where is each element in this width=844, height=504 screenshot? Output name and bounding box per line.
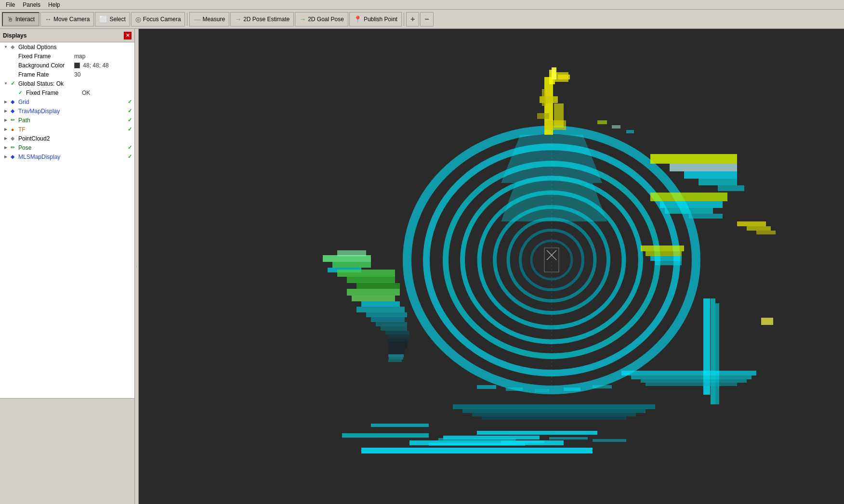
interact-label: Interact bbox=[15, 16, 35, 23]
mls-map-checkbox[interactable]: ✓ bbox=[126, 153, 133, 161]
fixed-frame-row[interactable]: Fixed Frame map bbox=[0, 52, 134, 61]
svg-rect-38 bbox=[323, 255, 371, 262]
grid-expand[interactable]: ▶ bbox=[3, 100, 9, 104]
path-checkbox[interactable]: ✓ bbox=[126, 116, 133, 124]
svg-rect-97 bbox=[472, 413, 636, 416]
svg-rect-3 bbox=[342, 433, 429, 438]
goal-pose-button[interactable]: → 2D Goal Pose bbox=[295, 12, 348, 26]
tf-expand[interactable]: ▶ bbox=[3, 127, 9, 131]
svg-rect-66 bbox=[641, 246, 684, 251]
fixed-frame-status-label: Fixed Frame bbox=[24, 90, 82, 96]
move-camera-icon: ↔ bbox=[45, 16, 52, 23]
svg-rect-39 bbox=[332, 262, 371, 268]
background-color-row[interactable]: Background Color 48; 48; 48 bbox=[0, 61, 134, 70]
svg-rect-44 bbox=[356, 283, 400, 289]
measure-label: Measure bbox=[202, 16, 225, 23]
svg-rect-51 bbox=[376, 322, 407, 326]
svg-rect-88 bbox=[506, 388, 523, 391]
interact-button[interactable]: 🖱 Interact bbox=[2, 12, 40, 26]
svg-rect-33 bbox=[718, 185, 744, 191]
svg-rect-58 bbox=[388, 349, 405, 351]
mls-map-expand[interactable]: ▶ bbox=[3, 155, 9, 159]
path-row[interactable]: ▶ ✏ Path ✓ bbox=[0, 116, 134, 125]
color-swatch[interactable] bbox=[74, 63, 80, 68]
pose-checkbox[interactable]: ✓ bbox=[126, 144, 133, 152]
svg-rect-82 bbox=[646, 383, 737, 386]
pointcloud2-label: PointCloud2 bbox=[16, 135, 133, 142]
svg-rect-5 bbox=[477, 431, 597, 435]
svg-rect-45 bbox=[347, 289, 400, 296]
publish-point-button[interactable]: 📍 Publish Point bbox=[349, 12, 402, 26]
svg-rect-26 bbox=[554, 103, 564, 128]
menu-bar: File Panels Help bbox=[0, 0, 844, 10]
tf-label: TF bbox=[16, 126, 126, 133]
viewport[interactable] bbox=[139, 29, 844, 504]
resize-handle[interactable]: · · · bbox=[135, 29, 139, 504]
svg-rect-92 bbox=[597, 120, 607, 124]
svg-rect-23 bbox=[542, 89, 546, 106]
svg-rect-93 bbox=[612, 125, 620, 129]
svg-rect-30 bbox=[670, 164, 737, 171]
close-displays-button[interactable]: ✕ bbox=[124, 32, 132, 39]
toolbar-separator-1 bbox=[187, 13, 187, 26]
menu-file[interactable]: File bbox=[2, 0, 19, 9]
svg-marker-28 bbox=[501, 183, 607, 221]
svg-rect-60 bbox=[388, 354, 404, 357]
pose-label: Pose bbox=[16, 144, 126, 151]
grid-row[interactable]: ▶ ◆ Grid ✓ bbox=[0, 97, 134, 106]
select-label: Select bbox=[109, 16, 125, 23]
pose-expand[interactable]: ▶ bbox=[3, 145, 9, 150]
mls-map-row[interactable]: ▶ ◆ MLSMapDisplay ✓ bbox=[0, 152, 134, 161]
svg-rect-89 bbox=[535, 389, 549, 392]
publish-point-icon: 📍 bbox=[354, 16, 362, 23]
frame-rate-row[interactable]: Frame Rate 30 bbox=[0, 70, 134, 79]
svg-rect-37 bbox=[689, 214, 723, 219]
focus-camera-button[interactable]: ◎ Focus Camera bbox=[131, 12, 185, 26]
pointcloud2-row[interactable]: ▶ ◆ PointCloud2 bbox=[0, 134, 134, 143]
tf-row[interactable]: ▶ ● TF ✓ bbox=[0, 125, 134, 134]
grid-checkbox[interactable]: ✓ bbox=[126, 98, 133, 106]
svg-rect-36 bbox=[665, 208, 713, 214]
tf-checkbox[interactable]: ✓ bbox=[126, 126, 133, 133]
select-button[interactable]: ⬜ Select bbox=[95, 12, 130, 26]
global-status-expand[interactable]: ▼ bbox=[3, 81, 9, 86]
menu-panels[interactable]: Panels bbox=[19, 0, 44, 9]
toolbar-separator-2 bbox=[404, 13, 404, 26]
select-icon: ⬜ bbox=[99, 16, 107, 23]
trav-map-row[interactable]: ▶ ◆ TravMapDisplay ✓ bbox=[0, 106, 134, 116]
svg-rect-55 bbox=[388, 338, 408, 342]
trav-map-expand[interactable]: ▶ bbox=[3, 109, 9, 113]
svg-rect-87 bbox=[477, 385, 496, 389]
global-options-label: Global Options bbox=[16, 44, 133, 51]
global-options-expand[interactable]: ▼ bbox=[3, 45, 9, 49]
goal-pose-label: 2D Goal Pose bbox=[308, 16, 344, 23]
remove-display-button[interactable]: − bbox=[420, 12, 433, 26]
fixed-frame-status-icon: ✓ bbox=[16, 89, 24, 97]
svg-rect-83 bbox=[552, 67, 556, 79]
svg-rect-61 bbox=[389, 357, 403, 360]
minus-icon: − bbox=[424, 15, 429, 24]
global-options-row[interactable]: ▼ ◆ Global Options bbox=[0, 42, 134, 52]
trav-map-checkbox[interactable]: ✓ bbox=[126, 107, 133, 115]
add-display-button[interactable]: + bbox=[406, 12, 419, 26]
global-status-row[interactable]: ▼ ✓ Global Status: Ok bbox=[0, 79, 134, 88]
fixed-frame-status-row[interactable]: ✓ Fixed Frame OK bbox=[0, 88, 134, 97]
grid-label: Grid bbox=[16, 99, 126, 105]
svg-rect-90 bbox=[564, 388, 580, 391]
background-color-label: Background Color bbox=[16, 62, 74, 69]
menu-help[interactable]: Help bbox=[44, 0, 64, 9]
svg-rect-62 bbox=[388, 360, 402, 362]
svg-rect-75 bbox=[438, 438, 515, 440]
svg-rect-34 bbox=[650, 193, 727, 201]
measure-button[interactable]: — Measure bbox=[189, 12, 229, 26]
displays-panel: Displays ✕ ▼ ◆ Global Options Fixed Fram… bbox=[0, 29, 135, 504]
pose-estimate-button[interactable]: → 2D Pose Estimate bbox=[230, 12, 294, 26]
svg-rect-91 bbox=[593, 385, 612, 388]
global-status-label: Global Status: Ok bbox=[16, 80, 133, 87]
pointcloud2-expand[interactable]: ▶ bbox=[3, 136, 9, 141]
move-camera-button[interactable]: ↔ Move Camera bbox=[40, 12, 94, 26]
pose-row[interactable]: ▶ ✏ Pose ✓ bbox=[0, 143, 134, 152]
svg-rect-47 bbox=[361, 301, 400, 307]
svg-rect-29 bbox=[650, 154, 737, 164]
path-expand[interactable]: ▶ bbox=[3, 118, 9, 122]
